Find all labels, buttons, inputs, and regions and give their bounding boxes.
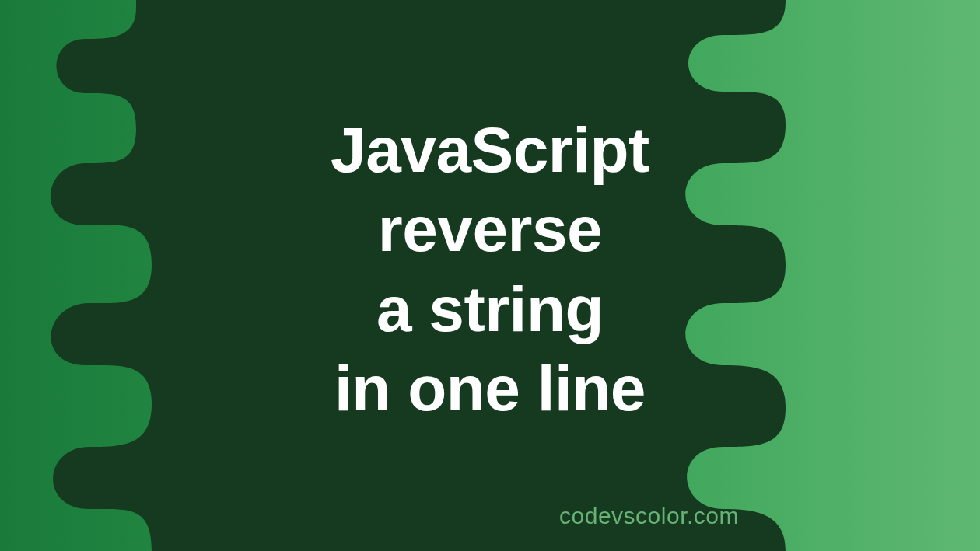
banner-canvas: JavaScript reverse a string in one line … [0,0,980,551]
watermark-text: codevscolor.com [559,503,739,529]
banner-title: JavaScript reverse a string in one line [331,110,649,428]
title-line-3: a string [331,269,649,349]
title-line-4: in one line [331,349,649,429]
title-container: JavaScript reverse a string in one line [331,110,649,428]
title-line-2: reverse [331,190,649,269]
title-line-1: JavaScript [331,110,649,190]
